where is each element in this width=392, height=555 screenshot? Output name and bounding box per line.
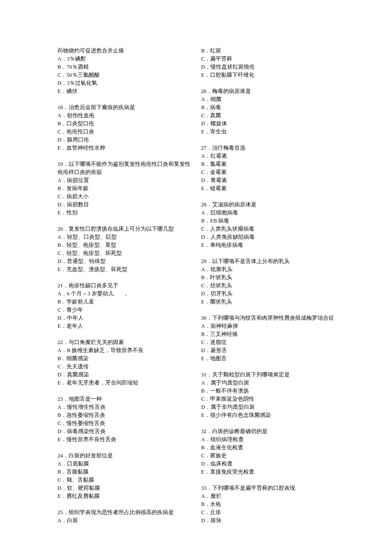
question-option: E．血管神经性水肿 — [58, 144, 191, 152]
question-option: B．口炎型口疮 — [58, 120, 191, 128]
question-stem: 30．下列哪项与沟纹舌和肉芽肿性唇炎组成梅罗综合征 — [201, 314, 334, 322]
question-block: 26．梅毒的病原体是A．细菌B，病毒C．真菌D．螺旋体E．寄生虫 — [201, 87, 334, 136]
question-block: 23．地图舌是一种A．慢性增生性舌炎B．急性萎缩性舌炎C．慢性萎缩性舌炎D．病毒… — [58, 395, 191, 444]
question-option: D．螺旋体 — [201, 120, 334, 128]
question-option: B．一般不伴有溃疡 — [201, 387, 334, 395]
question-option: D．3％过氧化氢 — [58, 79, 191, 87]
question-option: C．青少年 — [58, 306, 191, 314]
question-stem: 32．白斑的诊断最确切的是 — [201, 428, 334, 436]
question-option: B．EB 病毒 — [201, 217, 334, 225]
question-stem: 18．治愈后会留下瘢痕的疾病是 — [58, 104, 191, 112]
question-option: D．普通型、特殊型 — [58, 257, 191, 266]
question-option: A．轻型、口炎型、巨型 — [58, 233, 191, 241]
question-option: E．慢性营养不良性舌炎 — [58, 436, 191, 444]
question-option: E．直接免疫荧光检查 — [201, 468, 334, 476]
question-option: D．真菌感染 — [58, 371, 191, 379]
question-option: D．属于非均质型白斑 — [201, 403, 334, 411]
question-option: C．颊、舌黏膜 — [58, 476, 191, 484]
question-option: D．斑块 — [201, 517, 334, 525]
question-option: B．叶状乳头 — [201, 274, 334, 282]
question-stem: 药物烧灼可促进愈合并止痛 — [58, 47, 191, 55]
question-block: B．红斑C．扁平苔藓D．慢性盘状红斑狼疮E．口腔黏膜下纤维化 — [201, 47, 334, 79]
question-option: A．创伤性血疱 — [58, 112, 191, 120]
question-option: E．单纯疱疹病毒 — [201, 241, 334, 249]
question-option: C．轻型、疱疹型、坏死型 — [58, 249, 191, 257]
question-option: E．性别 — [58, 209, 191, 217]
question-stem: 26．梅毒的病原体是 — [201, 87, 334, 95]
question-option: A．组织病理检查 — [201, 436, 334, 444]
question-option: C．甲苯胺蓝染色阴性 — [201, 395, 334, 403]
question-option: A．轮廓乳头 — [201, 266, 334, 274]
question-option: B．发病年龄 — [58, 185, 191, 193]
question-block: 25．组织学表现为恶性者所占比例很高的疾病是A．白斑 — [58, 509, 191, 525]
question-option: A．细菌 — [201, 95, 334, 104]
question-option: C．丘疹 — [201, 509, 334, 517]
question-block: 27．治疗梅毒首选A．红霉素B．氯霉素C．金霉素D．青霉素E．链霉素 — [201, 144, 334, 193]
question-option: C．金霉素 — [201, 168, 334, 176]
question-block: 22．与口角糜烂无关的因素A．B 族维生素缺乏，导致营养不良B．细菌感染C．先天… — [58, 338, 191, 387]
question-option: C．人类乳头状瘤病毒 — [201, 225, 334, 233]
question-block: 20．复发性口腔溃疡在临床上可分为以下哪几型A．轻型、口炎型、巨型B．轻型、疱疹… — [58, 225, 191, 274]
question-block: 19．以下哪项不能作为鉴别复发性疱疮性口炎和复发性疱疮样口炎的依据A．病损位置B… — [58, 160, 191, 217]
question-option: D．慢性盘状红斑狼疮 — [201, 63, 334, 71]
question-option: A．面神经麻痹 — [201, 322, 334, 330]
question-option: E．地图舌 — [201, 355, 334, 363]
question-option: D．人类免疫缺陷病毒 — [201, 233, 334, 241]
question-stem: 23．地图舌是一种 — [58, 395, 191, 403]
question-block: 30．下列哪项与沟纹舌和肉芽肿性唇炎组成梅罗综合征A．面神经麻痹B．三叉神经痛C… — [201, 314, 334, 363]
question-option: B．氯霉素 — [201, 160, 334, 168]
question-option: C．先天遗传 — [58, 363, 191, 371]
question-option: C．慢性萎缩性舌炎 — [58, 419, 191, 428]
question-option: B．三叉神经痛 — [201, 330, 334, 338]
question-option: D．软、硬腭黏膜 — [58, 484, 191, 492]
question-block: 药物烧灼可促进愈合并止痛A．3％碘酊B．70％酒精C．50％三氯醋酸D．3％过氧… — [58, 47, 191, 95]
question-option: B．轻型、疱疹型、重型 — [58, 241, 191, 249]
question-stem: 24．白斑的好发部位是 — [58, 452, 191, 460]
question-option: E．链霉素 — [201, 185, 334, 193]
question-option: C．疱疮性口炎 — [58, 128, 191, 136]
question-option: A．病损位置 — [58, 176, 191, 185]
question-option: E．老年人 — [58, 322, 191, 330]
question-stem: 25．组织学表现为恶性者所占比例很高的疾病是 — [58, 509, 191, 517]
question-option: B．舌腹黏膜 — [58, 468, 191, 476]
question-option: E．老年无牙患者，牙合间距缩短 — [58, 379, 191, 387]
question-option: B．细菌感染 — [58, 355, 191, 363]
question-block: 18．治愈后会留下瘢痕的疾病是A．创伤性血疱B．口炎型口疮C．疱疮性口炎D．腺周… — [58, 104, 191, 152]
question-option: A．巨细胞病毒 — [201, 209, 334, 217]
question-option: E．充血型、溃疡型、坏死型 — [58, 266, 191, 274]
question-option: B．水疱 — [201, 500, 334, 509]
document-page: 药物烧灼可促进愈合并止痛A．3％碘酊B．70％酒精C．50％三氯醋酸D．3％过氧… — [0, 0, 392, 555]
question-block: 28．艾滋病的病原体是A．巨细胞病毒B．EB 病毒C．人类乳头状瘤病毒D．人类免… — [201, 201, 334, 249]
question-stem: 31．关于颗粒型白斑下列哪项肯定是 — [201, 371, 334, 379]
question-option: D．切牙乳头 — [201, 290, 334, 298]
question-stem: 20．复发性口腔溃疡在临床上可分为以下哪几型 — [58, 225, 191, 233]
question-option: B．急性萎缩性舌炎 — [58, 411, 191, 419]
question-option: D．青霉素 — [201, 176, 334, 185]
question-option: D．临床检查 — [201, 460, 334, 468]
question-option: C．迷脂症 — [201, 338, 334, 347]
question-option: A．3％碘酊 — [58, 55, 191, 63]
two-column-layout: 药物烧灼可促进愈合并止痛A．3％碘酊B．70％酒精C．50％三氯醋酸D．3％过氧… — [58, 47, 334, 533]
question-option: B．红斑 — [201, 47, 334, 55]
question-block: 24．白斑的好发部位是A．口底黏膜B．舌腹黏膜C．颊、舌黏膜D．软、硬腭黏膜E．… — [58, 452, 191, 500]
left-column: 药物烧灼可促进愈合并止痛A．3％碘酊B．70％酒精C．50％三氯醋酸D．3％过氧… — [58, 47, 191, 533]
question-option: E．唇红及唇黏膜 — [58, 492, 191, 500]
question-stem: 33．下列哪项不是扁平苔藓的口腔表现 — [201, 484, 334, 492]
question-option: E．菌状乳头 — [201, 298, 334, 306]
question-stem: 29．以下哪项不是舌体上分布的乳头 — [201, 257, 334, 266]
question-option: D．腺周口疮 — [58, 136, 191, 144]
right-column: B．红斑C．扁平苔藓D．慢性盘状红斑狼疮E．口腔黏膜下纤维化26．梅毒的病原体是… — [201, 47, 334, 533]
question-option: E．很少伴有白色念珠菌感染 — [201, 411, 334, 419]
question-option: B．血液生化检查 — [201, 444, 334, 452]
question-stem: 28．艾滋病的病原体是 — [201, 201, 334, 209]
question-option: E．碘伏 — [58, 87, 191, 95]
question-option: A．糜烂 — [201, 492, 334, 500]
question-option: A．红霉素 — [201, 152, 334, 160]
question-option: A．慢性增生性舌炎 — [58, 403, 191, 411]
question-block: 33．下列哪项不是扁平苔藓的口腔表现A．糜烂B．水疱C．丘疹D．斑块 — [201, 484, 334, 525]
question-option: C．真菌 — [201, 112, 334, 120]
question-option: C．家族史 — [201, 452, 334, 460]
question-option: C．丝状乳头 — [201, 282, 334, 290]
question-stem: 22．与口角糜烂无关的因素 — [58, 338, 191, 347]
question-option: C．扁平苔藓 — [201, 55, 334, 63]
